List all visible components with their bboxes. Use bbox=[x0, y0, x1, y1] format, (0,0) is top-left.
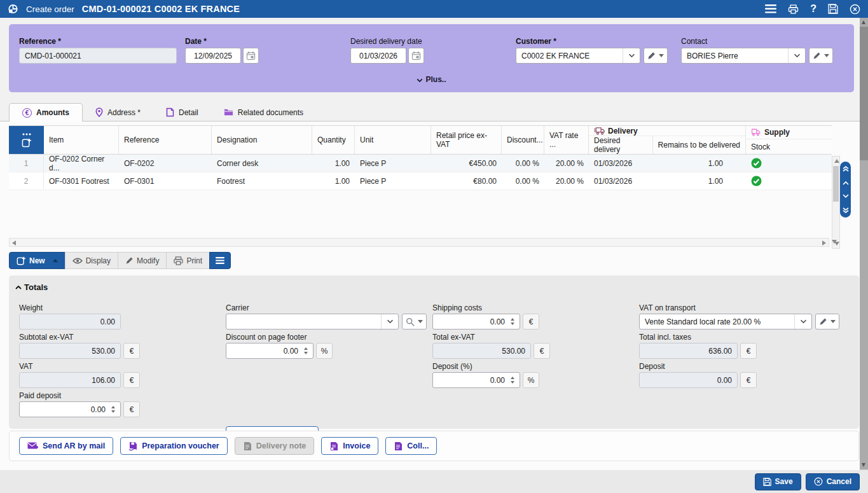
collect-button[interactable]: Coll... bbox=[385, 437, 437, 455]
screen-title: Create order bbox=[26, 4, 74, 14]
table-row[interactable]: 1 OF-0202 Corner d... OF-0202 Corner des… bbox=[9, 155, 832, 172]
paid-deposit-currency: € bbox=[123, 401, 140, 417]
new-dropdown-caret-icon[interactable] bbox=[53, 259, 58, 262]
col-quantity[interactable]: Quantity bbox=[312, 126, 355, 154]
carrier-search-button[interactable] bbox=[402, 314, 427, 330]
cell-unit: Piece P bbox=[355, 172, 431, 190]
document-icon bbox=[166, 108, 174, 117]
cell-stock bbox=[746, 172, 832, 190]
add-icon bbox=[17, 256, 26, 265]
line-menu-button[interactable] bbox=[209, 252, 231, 269]
customer-select[interactable]: C0002 EK FRANCE bbox=[516, 48, 640, 64]
desired-delivery-calendar-icon[interactable] bbox=[408, 48, 424, 64]
contact-edit-button[interactable] bbox=[809, 48, 833, 64]
table-vscroll-thumb[interactable] bbox=[833, 166, 839, 202]
voucher-icon bbox=[128, 441, 137, 451]
save-icon[interactable] bbox=[828, 4, 838, 14]
tab-address[interactable]: Address * bbox=[83, 103, 153, 122]
delivery-truck-icon bbox=[594, 127, 605, 135]
vat-transport-chevron-down-icon[interactable] bbox=[794, 314, 811, 329]
in-stock-check-icon bbox=[751, 176, 762, 186]
new-line-button[interactable]: New bbox=[9, 252, 65, 269]
col-designation[interactable]: Designation bbox=[212, 126, 312, 154]
display-line-button[interactable]: Display bbox=[65, 252, 118, 269]
print-icon[interactable] bbox=[788, 4, 799, 14]
save-icon bbox=[763, 478, 771, 486]
totals-collapse-header[interactable]: Totals bbox=[15, 282, 48, 292]
modify-line-button[interactable]: Modify bbox=[118, 252, 167, 269]
contact-select[interactable]: BORIES Pierre bbox=[681, 48, 806, 64]
vat-transport-select[interactable]: Vente Standard local rate 20.00 % bbox=[639, 314, 812, 330]
col-reference[interactable]: Reference bbox=[119, 126, 212, 154]
move-down-icon[interactable] bbox=[843, 194, 849, 198]
reference-input: CMD-01-000021 bbox=[19, 48, 177, 64]
date-calendar-icon[interactable] bbox=[243, 48, 259, 64]
pencil-icon bbox=[647, 52, 656, 60]
send-ar-by-mail-button[interactable]: Send AR by mail bbox=[19, 437, 113, 455]
ellipsis-icon bbox=[22, 133, 31, 135]
col-item[interactable]: Item bbox=[44, 126, 119, 154]
col-retail-price[interactable]: Retail price ex-VAT bbox=[431, 126, 502, 154]
customer-chevron-down-icon[interactable] bbox=[623, 48, 640, 63]
move-up-icon[interactable] bbox=[843, 181, 849, 185]
preparation-voucher-button[interactable]: Preparation voucher bbox=[120, 437, 228, 455]
deposit-currency: € bbox=[740, 372, 757, 388]
customer-edit-button[interactable] bbox=[644, 48, 668, 64]
row-reorder-control bbox=[840, 162, 851, 218]
pencil-icon bbox=[819, 317, 827, 326]
cancel-button[interactable]: Cancel bbox=[806, 473, 860, 490]
col-stock[interactable]: Stock bbox=[746, 139, 832, 154]
tab-amounts[interactable]: € Amounts bbox=[9, 103, 83, 122]
help-icon[interactable]: ? bbox=[810, 3, 816, 15]
deposit-pct-label: Deposit (%) bbox=[432, 362, 550, 371]
tab-detail[interactable]: Detail bbox=[153, 103, 211, 122]
paid-deposit-input[interactable]: 0.00 bbox=[19, 401, 121, 417]
discount-footer-input[interactable]: 0.00 bbox=[226, 343, 313, 359]
close-icon[interactable] bbox=[850, 4, 860, 15]
deposit-input: 0.00 bbox=[639, 372, 738, 388]
move-bottom-icon[interactable] bbox=[843, 207, 849, 213]
invoice-button[interactable]: Invoice bbox=[321, 437, 378, 455]
carrier-chevron-down-icon[interactable] bbox=[381, 314, 398, 329]
move-top-icon[interactable] bbox=[843, 166, 849, 172]
contact-chevron-down-icon[interactable] bbox=[788, 48, 805, 63]
page-scroll-thumb[interactable] bbox=[860, 27, 868, 160]
cell-designation: Footrest bbox=[212, 172, 312, 190]
table-horizontal-scrollbar[interactable] bbox=[9, 238, 829, 247]
page-vertical-scrollbar[interactable] bbox=[860, 18, 868, 469]
delivery-note-icon bbox=[243, 441, 252, 451]
col-unit[interactable]: Unit bbox=[355, 126, 431, 154]
menu-icon[interactable] bbox=[765, 4, 776, 13]
cell-quantity: 1.00 bbox=[312, 155, 355, 172]
table-row[interactable]: 2 OF-0301 Footrest OF-0301 Footrest 1.00… bbox=[9, 172, 832, 190]
search-icon bbox=[406, 317, 415, 326]
desired-delivery-date-input[interactable]: 01/03/2026 bbox=[350, 48, 406, 64]
carrier-select[interactable] bbox=[226, 314, 399, 330]
plus-expander[interactable]: Plus.. bbox=[9, 75, 854, 84]
deposit-pct-input[interactable]: 0.00 bbox=[432, 372, 520, 388]
shipping-costs-input[interactable]: 0.00 bbox=[432, 314, 520, 330]
cell-reference: OF-0301 bbox=[119, 172, 212, 190]
chevron-down-icon bbox=[417, 78, 423, 83]
col-discount[interactable]: Discount... bbox=[502, 126, 544, 154]
cell-unit: Piece P bbox=[355, 155, 431, 172]
scroll-corner-icon[interactable] bbox=[832, 240, 837, 244]
date-input[interactable]: 12/09/2025 bbox=[185, 48, 241, 64]
cell-remains: 1.00 bbox=[652, 172, 746, 190]
col-vat-rate[interactable]: VAT rate ... bbox=[544, 126, 589, 154]
vat-transport-edit-button[interactable] bbox=[815, 314, 839, 330]
print-line-button[interactable]: Print bbox=[166, 252, 210, 269]
total-incl-taxes-label: Total incl. taxes bbox=[639, 333, 839, 342]
col-remains-to-deliver[interactable]: Remains to be delivered bbox=[652, 136, 745, 154]
cell-vat-rate: 20.00 % bbox=[544, 155, 589, 172]
col-desired-delivery[interactable]: Desired delivery bbox=[589, 136, 652, 154]
save-button[interactable]: Save bbox=[755, 473, 801, 490]
totals-panel: Totals Weight 0.00 Subtotal ex-VAT 530.0… bbox=[9, 275, 859, 429]
folder-icon bbox=[224, 108, 233, 116]
table-options-button[interactable] bbox=[9, 126, 44, 154]
delivery-note-button[interactable]: Delivery note bbox=[235, 437, 315, 455]
tab-related-documents[interactable]: Related documents bbox=[211, 103, 316, 122]
total-ex-vat-currency: € bbox=[534, 343, 550, 359]
discount-footer-label: Discount on page footer bbox=[226, 333, 427, 342]
cell-item: OF-0202 Corner d... bbox=[44, 155, 119, 172]
